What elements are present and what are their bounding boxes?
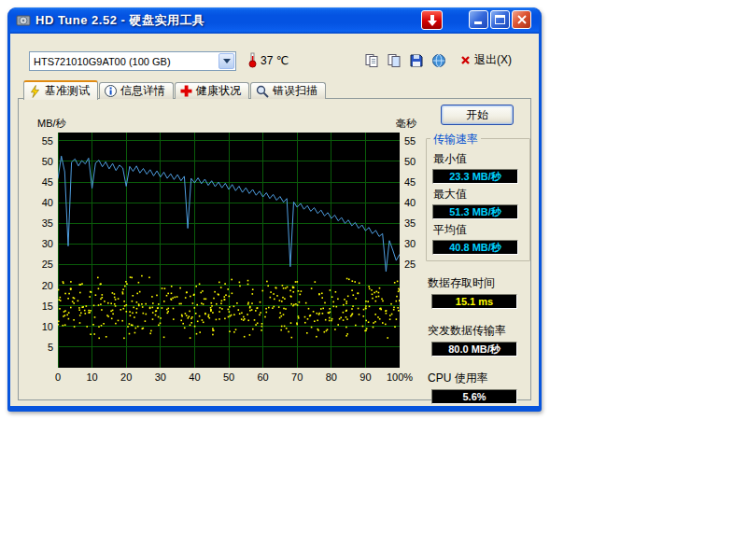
minimize-button[interactable] — [469, 10, 488, 29]
close-icon — [517, 15, 527, 24]
close-button[interactable] — [512, 10, 531, 29]
y-axis-tick-label: 45 — [22, 176, 53, 188]
globe-icon — [431, 53, 446, 68]
y-axis-tick-label: 10 — [22, 321, 53, 332]
y-axis-tick-label: 30 — [22, 238, 53, 249]
cpu-usage-label: CPU 使用率 — [428, 371, 530, 386]
tab-benchmark-label: 基准测试 — [45, 83, 90, 99]
x-axis-tick-label: 30 — [145, 371, 176, 383]
max-value: 51.3 MB/秒 — [432, 204, 518, 219]
y-axis-tick-label: 45 — [404, 176, 425, 188]
max-label: 最大值 — [433, 187, 529, 203]
benchmark-panel: MB/秒 毫秒 51015202530354045505555504540353… — [18, 98, 531, 400]
start-button[interactable]: 开始 — [441, 105, 514, 125]
x-axis-tick-label: 20 — [110, 371, 142, 383]
y-axis-tick-label: 5 — [22, 342, 53, 353]
avg-value: 40.8 MB/秒 — [432, 240, 518, 255]
x-axis-tick-label: 0 — [42, 371, 74, 383]
x-axis-tick-label: 80 — [316, 371, 347, 383]
drive-select[interactable]: HTS721010G9AT00 (100 GB) — [29, 51, 236, 71]
x-axis-tick-label: 70 — [281, 371, 313, 383]
website-button[interactable] — [429, 50, 449, 71]
save-screenshot-button[interactable] — [406, 50, 427, 71]
y-axis-tick-label: 15 — [22, 301, 53, 312]
x-axis-tick-label: 100% — [384, 371, 416, 383]
screenshot-button[interactable] — [421, 10, 443, 30]
y-axis-tick-label: 40 — [404, 197, 425, 208]
drive-select-value: HTS721010G9AT00 (100 GB) — [30, 56, 218, 67]
y-axis-tick-label: 25 — [404, 259, 425, 270]
avg-label: 平均值 — [433, 222, 529, 238]
y-axis-tick-label: 25 — [22, 259, 53, 270]
y-axis-right-title: 毫秒 — [396, 117, 416, 131]
thermometer-icon — [247, 51, 258, 68]
y-axis-tick-label: 50 — [22, 156, 53, 167]
hdtune-window: HD Tune 2.52 - 硬盘实用工具 HTS721010G9AT00 (1… — [7, 7, 542, 412]
save-icon — [409, 53, 424, 68]
cpu-usage-value: 5.6% — [431, 389, 517, 404]
tab-health-label: 健康状况 — [196, 83, 241, 99]
chevron-down-icon[interactable] — [218, 53, 234, 69]
min-value: 23.3 MB/秒 — [432, 169, 518, 184]
transfer-rate-group: 传输速率 最小值 23.3 MB/秒 最大值 51.3 MB/秒 平均值 40.… — [426, 138, 530, 261]
temperature-value: 37 ℃ — [261, 54, 289, 67]
y-axis-tick-label: 55 — [404, 135, 425, 147]
y-axis-tick-label: 55 — [22, 135, 53, 147]
x-axis-tick-label: 60 — [247, 371, 279, 383]
x-axis-tick-label: 40 — [178, 371, 210, 383]
window-title: HD Tune 2.52 - 硬盘实用工具 — [35, 12, 204, 29]
copy-screenshot-button[interactable] — [384, 50, 404, 71]
y-axis-tick-label: 35 — [404, 217, 425, 229]
tab-info-label: 信息详情 — [120, 83, 165, 99]
y-axis-tick-label: 30 — [404, 238, 425, 249]
minimize-icon — [474, 16, 484, 24]
burst-rate-value: 80.0 MB/秒 — [431, 342, 517, 357]
health-icon — [180, 85, 192, 97]
info-icon — [105, 85, 117, 97]
title-bar[interactable]: HD Tune 2.52 - 硬盘实用工具 — [10, 7, 539, 34]
x-axis-tick-label: 10 — [77, 371, 108, 383]
y-axis-left-title: MB/秒 — [37, 117, 66, 131]
maximize-icon — [495, 15, 505, 24]
exit-x-icon — [460, 55, 471, 65]
benchmark-icon — [29, 85, 41, 98]
burst-rate-label: 突发数据传输率 — [428, 323, 530, 339]
app-icon — [16, 13, 31, 28]
plot-area — [58, 133, 400, 368]
y-axis-tick-label: 35 — [22, 217, 53, 229]
toolbar-icons — [361, 50, 449, 71]
results-column: 开始 传输速率 最小值 23.3 MB/秒 最大值 51.3 MB/秒 平均值 … — [426, 105, 530, 404]
tab-error-scan-label: 错误扫描 — [273, 83, 317, 99]
y-axis-tick-label: 40 — [22, 197, 53, 208]
transfer-rate-title: 传输速率 — [430, 132, 481, 147]
tab-error-scan[interactable]: 错误扫描 — [250, 82, 326, 99]
copy-text-icon — [364, 53, 379, 68]
maximize-button[interactable] — [490, 10, 510, 29]
error-scan-icon — [256, 85, 269, 98]
x-axis-tick-label: 90 — [349, 371, 381, 383]
tab-info[interactable]: 信息详情 — [99, 82, 174, 99]
tab-benchmark[interactable]: 基准测试 — [23, 80, 98, 100]
min-label: 最小值 — [433, 151, 529, 167]
tab-health[interactable]: 健康状况 — [175, 82, 249, 99]
down-arrow-icon — [427, 14, 438, 27]
access-time-label: 数据存取时间 — [428, 275, 530, 291]
x-axis-tick-label: 50 — [213, 371, 245, 383]
tab-strip: 基准测试 信息详情 健康状况 错误扫描 — [18, 81, 327, 99]
exit-label: 退出(X) — [474, 52, 512, 68]
copy-screenshot-icon — [387, 53, 402, 68]
y-axis-tick-label: 20 — [22, 280, 53, 291]
access-time-value: 15.1 ms — [431, 294, 517, 309]
copy-text-button[interactable] — [361, 50, 382, 71]
benchmark-chart: MB/秒 毫秒 51015202530354045505555504540353… — [22, 103, 439, 394]
client-area: HTS721010G9AT00 (100 GB) 37 ℃ — [10, 34, 539, 406]
exit-button[interactable]: 退出(X) — [460, 52, 512, 68]
y-axis-tick-label: 50 — [404, 156, 425, 167]
